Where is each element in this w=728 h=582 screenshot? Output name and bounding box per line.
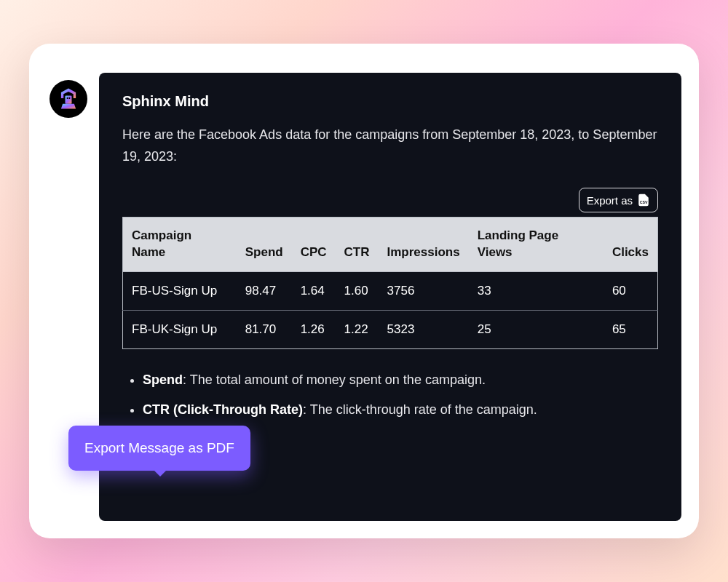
tooltip-export-pdf: Export Message as PDF: [68, 426, 250, 471]
definition-term: Spend: [143, 372, 183, 387]
cell-cpc: 1.64: [292, 272, 336, 311]
col-campaign: Campaign Name: [123, 218, 237, 272]
definition-item: CTR (Click-Through Rate): The click-thro…: [143, 399, 658, 420]
definitions-list: Spend: The total amount of money spent o…: [122, 370, 658, 420]
cell-clicks: 60: [604, 272, 658, 311]
avatar: [50, 80, 87, 118]
cell-campaign: FB-US-Sign Up: [123, 272, 237, 311]
cell-clicks: 65: [604, 311, 658, 349]
col-lpv: Landing Page Views: [469, 218, 604, 272]
export-row: Export as CSV: [122, 188, 658, 212]
export-csv-button[interactable]: Export as CSV: [579, 188, 658, 212]
definition-term: CTR (Click-Through Rate): [143, 402, 303, 417]
csv-file-icon: CSV: [637, 193, 650, 207]
definition-item: Spend: The total amount of money spent o…: [143, 370, 658, 391]
table-row: FB-US-Sign Up 98.47 1.64 1.60 3756 33 60: [123, 272, 658, 311]
cell-ctr: 1.22: [336, 311, 379, 349]
app-card: Sphinx Mind Here are the Facebook Ads da…: [29, 44, 699, 538]
campaign-table: Campaign Name Spend CPC CTR Impressions …: [122, 217, 658, 349]
svg-rect-2: [69, 97, 71, 99]
cell-ctr: 1.60: [336, 272, 379, 311]
col-ctr: CTR: [336, 218, 379, 272]
cell-impressions: 3756: [379, 272, 469, 311]
message-intro: Here are the Facebook Ads data for the c…: [122, 124, 658, 167]
col-cpc: CPC: [292, 218, 336, 272]
svg-text:CSV: CSV: [640, 201, 648, 205]
definition-desc: : The total amount of money spent on the…: [183, 372, 486, 387]
cell-impressions: 5323: [379, 311, 469, 349]
svg-rect-1: [67, 97, 68, 99]
definition-desc: : The click-through rate of the campaign…: [303, 402, 537, 417]
col-impressions: Impressions: [379, 218, 469, 272]
cell-lpv: 25: [469, 311, 604, 349]
table-row: FB-UK-Sign Up 81.70 1.26 1.22 5323 25 65: [123, 311, 658, 349]
cell-cpc: 1.26: [292, 311, 336, 349]
cell-lpv: 33: [469, 272, 604, 311]
cell-spend: 98.47: [237, 272, 292, 311]
sphinx-logo-icon: [55, 86, 82, 112]
cell-campaign: FB-UK-Sign Up: [123, 311, 237, 349]
col-spend: Spend: [237, 218, 292, 272]
export-label: Export as: [587, 194, 633, 207]
col-clicks: Clicks: [604, 218, 658, 272]
app-title: Sphinx Mind: [122, 93, 658, 110]
svg-rect-0: [66, 96, 72, 104]
table-header-row: Campaign Name Spend CPC CTR Impressions …: [123, 218, 658, 272]
cell-spend: 81.70: [237, 311, 292, 349]
